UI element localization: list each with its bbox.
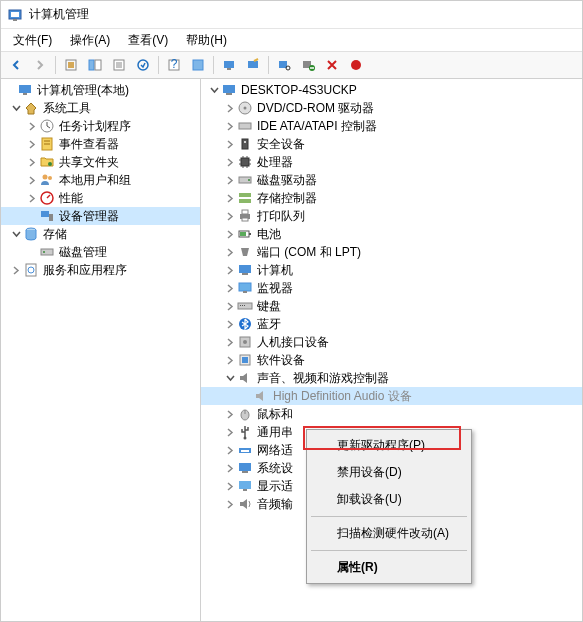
- show-hide-button[interactable]: [84, 54, 106, 76]
- device-computers[interactable]: 计算机: [201, 261, 582, 279]
- expand-icon[interactable]: [223, 155, 237, 169]
- menu-view[interactable]: 查看(V): [120, 30, 176, 51]
- expand-icon[interactable]: [223, 245, 237, 259]
- ctx-update-driver[interactable]: 更新驱动程序(P): [309, 432, 469, 459]
- menu-help[interactable]: 帮助(H): [178, 30, 235, 51]
- tree-root[interactable]: 计算机管理(本地): [1, 81, 200, 99]
- device-hd-audio[interactable]: High Definition Audio 设备: [201, 387, 582, 405]
- device-monitors[interactable]: 监视器: [201, 279, 582, 297]
- forward-button[interactable]: [29, 54, 51, 76]
- ctx-properties[interactable]: 属性(R): [309, 554, 469, 581]
- device-print-queues[interactable]: 打印队列: [201, 207, 582, 225]
- node-label: 软件设备: [257, 352, 305, 369]
- tree-performance[interactable]: 性能: [1, 189, 200, 207]
- device-keyboards[interactable]: 键盘: [201, 297, 582, 315]
- collapse-icon[interactable]: [207, 83, 221, 97]
- refresh-button[interactable]: [187, 54, 209, 76]
- menu-action[interactable]: 操作(A): [62, 30, 118, 51]
- tree-storage[interactable]: 存储: [1, 225, 200, 243]
- remove-button[interactable]: [297, 54, 319, 76]
- expand-icon[interactable]: [223, 335, 237, 349]
- device-mouse[interactable]: 鼠标和: [201, 405, 582, 423]
- expand-icon[interactable]: [223, 173, 237, 187]
- expand-icon[interactable]: [223, 281, 237, 295]
- expand-icon[interactable]: [223, 443, 237, 457]
- tree-local-users[interactable]: 本地用户和组: [1, 171, 200, 189]
- tree-services-apps[interactable]: 服务和应用程序: [1, 261, 200, 279]
- tree-task-scheduler[interactable]: 任务计划程序: [1, 117, 200, 135]
- svg-rect-53: [242, 210, 248, 214]
- expand-icon[interactable]: [223, 119, 237, 133]
- stop-button[interactable]: [345, 54, 367, 76]
- back-button[interactable]: [5, 54, 27, 76]
- disk-icon: [39, 244, 55, 260]
- keyboard-icon: [237, 298, 253, 314]
- collapse-icon[interactable]: [223, 371, 237, 385]
- expand-icon[interactable]: [223, 353, 237, 367]
- tree-system-tools[interactable]: 系统工具: [1, 99, 200, 117]
- svg-rect-36: [41, 249, 53, 255]
- expand-icon[interactable]: [223, 299, 237, 313]
- svg-rect-63: [240, 305, 241, 306]
- software-icon: [237, 352, 253, 368]
- ctx-disable[interactable]: 禁用设备(D): [309, 459, 469, 486]
- help-button[interactable]: ?: [163, 54, 185, 76]
- expand-icon[interactable]: [25, 173, 39, 187]
- expand-icon[interactable]: [25, 137, 39, 151]
- node-label: 磁盘驱动器: [257, 172, 317, 189]
- tree-device-manager[interactable]: 设备管理器: [1, 207, 200, 225]
- node-label: 音频输: [257, 496, 293, 513]
- device-software[interactable]: 软件设备: [201, 351, 582, 369]
- console-button[interactable]: [218, 54, 240, 76]
- up-button[interactable]: [60, 54, 82, 76]
- delete-button[interactable]: [321, 54, 343, 76]
- menu-file[interactable]: 文件(F): [5, 30, 60, 51]
- device-ports[interactable]: 端口 (COM 和 LPT): [201, 243, 582, 261]
- svg-rect-76: [239, 463, 251, 471]
- expand-icon[interactable]: [223, 137, 237, 151]
- properties-button[interactable]: [108, 54, 130, 76]
- tree-disk-management[interactable]: 磁盘管理: [1, 243, 200, 261]
- scan-hardware-button[interactable]: [273, 54, 295, 76]
- expand-icon[interactable]: [223, 209, 237, 223]
- device-bluetooth[interactable]: 蓝牙: [201, 315, 582, 333]
- right-tree-pane[interactable]: DESKTOP-4S3UCKP DVD/CD-ROM 驱动器 IDE ATA/A…: [201, 79, 582, 621]
- expand-icon[interactable]: [223, 317, 237, 331]
- device-storage-ctrl[interactable]: 存储控制器: [201, 189, 582, 207]
- device-audio-controllers[interactable]: 声音、视频和游戏控制器: [201, 369, 582, 387]
- expand-icon[interactable]: [223, 497, 237, 511]
- svg-rect-40: [223, 85, 235, 93]
- svg-rect-61: [243, 291, 247, 293]
- left-tree-pane[interactable]: 计算机管理(本地) 系统工具 任务计划程序 事件查看器 共享文件夹 本地用户和组: [1, 79, 201, 621]
- expand-icon[interactable]: [223, 425, 237, 439]
- ctx-scan[interactable]: 扫描检测硬件改动(A): [309, 520, 469, 547]
- expand-icon[interactable]: [223, 191, 237, 205]
- device-dvd[interactable]: DVD/CD-ROM 驱动器: [201, 99, 582, 117]
- device-processors[interactable]: 处理器: [201, 153, 582, 171]
- collapse-icon[interactable]: [9, 101, 23, 115]
- expander-icon[interactable]: [3, 83, 17, 97]
- expand-icon[interactable]: [223, 263, 237, 277]
- export-button[interactable]: [132, 54, 154, 76]
- expand-icon[interactable]: [223, 479, 237, 493]
- device-hid[interactable]: 人机接口设备: [201, 333, 582, 351]
- node-label: 共享文件夹: [59, 154, 119, 171]
- expand-icon[interactable]: [9, 263, 23, 277]
- expand-icon[interactable]: [223, 407, 237, 421]
- device-ide[interactable]: IDE ATA/ATAPI 控制器: [201, 117, 582, 135]
- tree-event-viewer[interactable]: 事件查看器: [1, 135, 200, 153]
- expand-icon[interactable]: [223, 101, 237, 115]
- device-batteries[interactable]: 电池: [201, 225, 582, 243]
- device-computer-root[interactable]: DESKTOP-4S3UCKP: [201, 81, 582, 99]
- expand-icon[interactable]: [223, 227, 237, 241]
- device-disk-drives[interactable]: 磁盘驱动器: [201, 171, 582, 189]
- expand-icon[interactable]: [25, 119, 39, 133]
- new-window-button[interactable]: [242, 54, 264, 76]
- expand-icon[interactable]: [25, 191, 39, 205]
- ctx-uninstall[interactable]: 卸载设备(U): [309, 486, 469, 513]
- expand-icon[interactable]: [25, 155, 39, 169]
- collapse-icon[interactable]: [9, 227, 23, 241]
- tree-shared-folders[interactable]: 共享文件夹: [1, 153, 200, 171]
- expand-icon[interactable]: [223, 461, 237, 475]
- device-security[interactable]: 安全设备: [201, 135, 582, 153]
